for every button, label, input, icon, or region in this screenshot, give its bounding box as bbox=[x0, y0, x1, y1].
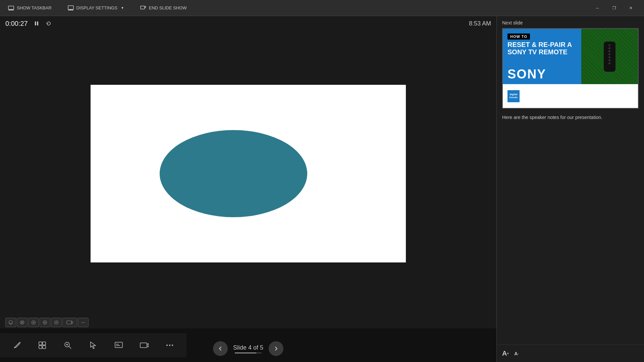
more-tools-button[interactable] bbox=[161, 337, 178, 354]
bottom-toolbar bbox=[0, 333, 186, 357]
svg-rect-23 bbox=[67, 321, 71, 324]
remote-dot bbox=[608, 62, 610, 64]
svg-point-41 bbox=[172, 345, 173, 346]
end-slide-show-button[interactable]: END SLIDE SHOW bbox=[138, 4, 190, 12]
remote-dots bbox=[608, 44, 610, 64]
svg-rect-10 bbox=[35, 21, 36, 25]
slide-canvas-wrapper[interactable] bbox=[0, 31, 496, 316]
svg-line-25 bbox=[18, 343, 19, 344]
green-overlay bbox=[581, 29, 638, 84]
display-settings-button[interactable]: DISPLAY SETTINGS ▼ bbox=[65, 4, 127, 12]
thumbnail-bottom-area: digitaltrends bbox=[503, 84, 638, 108]
svg-point-20 bbox=[43, 321, 47, 324]
svg-rect-4 bbox=[70, 9, 72, 10]
svg-line-7 bbox=[145, 6, 146, 7]
show-taskbar-label: SHOW TASKBAR bbox=[17, 5, 52, 10]
zoom-button[interactable] bbox=[59, 337, 76, 354]
close-button[interactable]: ✕ bbox=[623, 3, 639, 13]
next-slide-preview[interactable]: HOW TO RESET & RE-PAIR A SONY TV REMOTE … bbox=[502, 28, 639, 109]
slide-area: 0:00:27 8:53 bbox=[0, 16, 496, 362]
restore-button[interactable]: ❐ bbox=[606, 3, 622, 13]
digital-trends-logo: digitaltrends bbox=[507, 90, 520, 102]
window-controls: ─ ❐ ✕ bbox=[590, 3, 639, 13]
font-decrease-icon: A bbox=[514, 351, 518, 356]
elapsed-time: 0:00:27 bbox=[5, 20, 28, 27]
remote-dot bbox=[608, 59, 610, 61]
svg-rect-27 bbox=[43, 342, 46, 345]
current-time: 8:53 AM bbox=[469, 20, 491, 27]
slide-counter-text: Slide 4 of 5 bbox=[233, 344, 263, 351]
annotation-icon-6[interactable] bbox=[62, 318, 77, 327]
increase-font-button[interactable]: A + bbox=[502, 350, 509, 357]
svg-line-8 bbox=[145, 7, 146, 8]
camera-button[interactable] bbox=[136, 337, 153, 354]
end-slide-show-label: END SLIDE SHOW bbox=[149, 5, 187, 10]
pause-button[interactable] bbox=[32, 19, 41, 28]
svg-point-12 bbox=[9, 321, 13, 324]
annotation-icon-5[interactable] bbox=[51, 318, 62, 327]
svg-rect-2 bbox=[68, 6, 73, 9]
remote-dot bbox=[608, 53, 610, 55]
reset-timer-button[interactable] bbox=[44, 19, 53, 28]
svg-line-31 bbox=[69, 347, 71, 349]
slide-counter: Slide 4 of 5 bbox=[233, 344, 263, 353]
slide-navigation: Slide 4 of 5 bbox=[213, 341, 283, 356]
thumbnail-title: RESET & RE-PAIR A SONY TV REMOTE bbox=[507, 41, 582, 56]
display-settings-icon bbox=[68, 5, 74, 11]
next-slide-thumbnail: HOW TO RESET & RE-PAIR A SONY TV REMOTE … bbox=[503, 29, 638, 108]
pointer-tool-button[interactable] bbox=[85, 337, 102, 354]
thumbnail-green-box bbox=[581, 29, 638, 84]
end-slideshow-icon bbox=[140, 5, 146, 11]
pen-tool-button[interactable] bbox=[8, 337, 25, 354]
next-slide-button[interactable] bbox=[269, 341, 283, 356]
display-settings-label: DISPLAY SETTINGS bbox=[76, 5, 117, 10]
slide-progress-fill bbox=[235, 353, 256, 353]
previous-slide-button[interactable] bbox=[213, 341, 228, 356]
annotation-icon-7[interactable]: — bbox=[78, 318, 89, 327]
slide-canvas bbox=[91, 85, 406, 262]
subtitles-button[interactable] bbox=[110, 337, 127, 354]
main-area: 0:00:27 8:53 bbox=[0, 16, 644, 362]
timer-bar: 0:00:27 8:53 bbox=[0, 16, 496, 31]
font-size-controls: A + A - bbox=[497, 345, 644, 362]
slide-icons-bar: — bbox=[0, 316, 496, 328]
annotation-icon-4[interactable] bbox=[40, 318, 50, 327]
thumbnail-top-area: HOW TO RESET & RE-PAIR A SONY TV REMOTE … bbox=[503, 29, 638, 84]
display-settings-dropdown-icon: ▼ bbox=[121, 6, 124, 10]
remote-dot bbox=[608, 50, 610, 52]
svg-rect-0 bbox=[8, 6, 14, 9]
font-increase-icon: A bbox=[502, 350, 507, 357]
svg-rect-3 bbox=[68, 10, 70, 10]
svg-rect-5 bbox=[72, 10, 73, 10]
show-taskbar-button[interactable]: SHOW TASKBAR bbox=[5, 4, 54, 12]
timer-left: 0:00:27 bbox=[5, 19, 53, 28]
svg-rect-38 bbox=[140, 343, 147, 348]
remote-dot bbox=[608, 47, 610, 49]
right-panel: Next slide HOW TO RESET & RE-PAIR A SONY… bbox=[496, 16, 644, 362]
svg-rect-11 bbox=[37, 21, 38, 25]
remote-dot bbox=[608, 56, 610, 58]
svg-point-22 bbox=[55, 321, 58, 324]
annotation-icon-3[interactable] bbox=[28, 318, 39, 327]
slide-oval-shape bbox=[160, 130, 307, 217]
speaker-notes: Here are the speaker notes for our prese… bbox=[497, 109, 644, 345]
svg-rect-1 bbox=[8, 10, 14, 10]
grid-view-button[interactable] bbox=[34, 337, 51, 354]
svg-rect-26 bbox=[39, 342, 42, 345]
svg-point-21 bbox=[44, 322, 46, 323]
slide-progress-bar bbox=[235, 353, 262, 353]
svg-rect-24 bbox=[71, 321, 73, 323]
minimize-button[interactable]: ─ bbox=[590, 3, 605, 13]
svg-rect-29 bbox=[43, 346, 46, 349]
annotation-icon-1[interactable] bbox=[5, 318, 16, 327]
svg-rect-6 bbox=[141, 6, 145, 9]
annotation-icon-2[interactable] bbox=[17, 318, 28, 327]
svg-rect-35 bbox=[115, 342, 122, 348]
top-toolbar: SHOW TASKBAR DISPLAY SETTINGS ▼ END SLID… bbox=[0, 0, 644, 16]
remote-shape bbox=[604, 42, 615, 72]
bottom-section: Slide 4 of 5 bbox=[0, 328, 496, 362]
svg-point-40 bbox=[169, 345, 170, 346]
remote-dot bbox=[608, 44, 610, 46]
decrease-font-button[interactable]: A - bbox=[514, 351, 519, 356]
svg-rect-28 bbox=[39, 346, 42, 349]
